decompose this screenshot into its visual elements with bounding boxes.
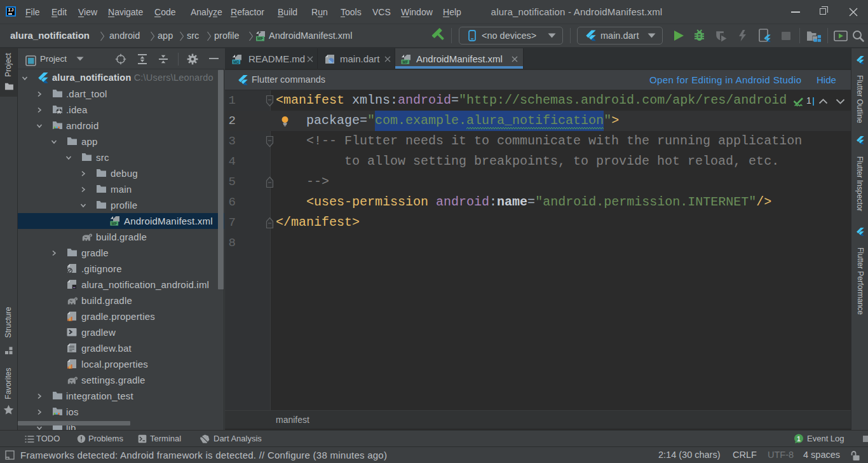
svg-text:MF: MF <box>257 36 263 41</box>
svg-text:1: 1 <box>797 435 801 443</box>
svg-text:MF: MF <box>402 60 408 64</box>
svg-text:MD: MD <box>233 60 240 64</box>
svg-text:MF: MF <box>111 221 117 226</box>
